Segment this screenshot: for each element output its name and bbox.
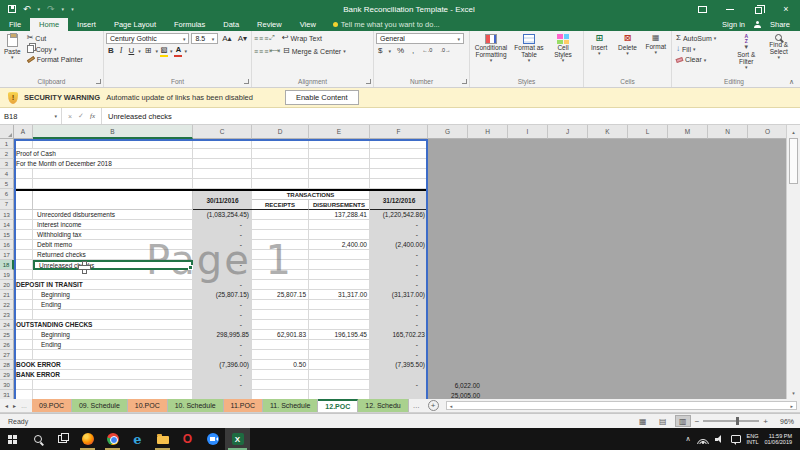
increase-decimal-icon[interactable]: ←.0 bbox=[420, 48, 434, 54]
borders-icon[interactable]: ⊞ bbox=[143, 47, 154, 55]
font-size-select[interactable]: 8.5▾ bbox=[191, 33, 218, 44]
cells-outside-print-area[interactable] bbox=[428, 159, 786, 169]
close-button[interactable]: × bbox=[772, 0, 800, 18]
align-bottom-icon[interactable]: ≡ bbox=[264, 35, 267, 42]
format-painter-button[interactable]: Format Painter bbox=[25, 55, 85, 64]
cell-C5[interactable] bbox=[193, 179, 252, 189]
cell-D5[interactable] bbox=[252, 179, 309, 189]
row-header-6[interactable]: 6 bbox=[0, 189, 13, 200]
cell-A27[interactable] bbox=[14, 350, 33, 360]
cell-C29[interactable]: - bbox=[193, 370, 252, 380]
cell-A28[interactable]: BOOK ERROR bbox=[14, 360, 193, 370]
cell-E16[interactable]: 2,400.00 bbox=[309, 240, 370, 250]
cell-F29[interactable] bbox=[370, 370, 428, 380]
cell-D4[interactable] bbox=[252, 169, 309, 179]
sheet-tab-11-POC[interactable]: 11.POC bbox=[224, 399, 263, 412]
scroll-down-icon[interactable]: ▾ bbox=[787, 386, 800, 399]
start-button[interactable] bbox=[0, 428, 25, 450]
cell-D27[interactable] bbox=[252, 350, 309, 360]
fill-color-icon[interactable]: ▧ bbox=[160, 46, 168, 57]
cell-A23[interactable] bbox=[14, 310, 33, 320]
cell-E21[interactable]: 31,317.00 bbox=[309, 290, 370, 300]
font-color-icon[interactable]: A bbox=[174, 46, 182, 57]
number-dialog-launcher[interactable] bbox=[462, 79, 467, 84]
sheet-tabs-overflow-icon[interactable]: … bbox=[409, 399, 424, 412]
row-header-5[interactable]: 5 bbox=[0, 179, 14, 189]
cell-F15[interactable]: - bbox=[370, 230, 428, 240]
insert-cells-button[interactable]: ⊞ Insert▾ bbox=[586, 33, 612, 77]
fill-button[interactable]: ↓Fill▾ bbox=[674, 44, 729, 54]
zoom-out-icon[interactable]: − bbox=[695, 417, 700, 426]
cell-D21[interactable]: 25,807.15 bbox=[252, 290, 309, 300]
row-header-27[interactable]: 27 bbox=[0, 350, 14, 360]
alignment-dialog-launcher[interactable] bbox=[366, 79, 371, 84]
cell-F22[interactable]: - bbox=[370, 300, 428, 310]
row-header-2[interactable]: 2 bbox=[0, 149, 14, 159]
cell-A17[interactable] bbox=[14, 250, 33, 260]
sheet-tab-09-POC[interactable]: 09.POC bbox=[32, 399, 72, 412]
column-header-O[interactable]: O bbox=[748, 125, 786, 139]
vertical-scrollbar[interactable]: ▴ ▾ bbox=[786, 125, 800, 399]
wrap-text-button[interactable]: ↩Wrap Text bbox=[280, 33, 324, 43]
cell-C4[interactable] bbox=[193, 169, 252, 179]
cell-G30[interactable]: 6,022.00 bbox=[428, 382, 482, 389]
align-left-icon[interactable]: ≡ bbox=[254, 48, 257, 55]
cell-C21[interactable]: (25,807.15) bbox=[193, 290, 252, 300]
cell-C30[interactable]: - bbox=[193, 380, 252, 390]
cell-A14[interactable] bbox=[14, 220, 33, 230]
cell-E23[interactable] bbox=[309, 310, 370, 320]
cell-D3[interactable] bbox=[252, 159, 309, 169]
minimize-button[interactable] bbox=[716, 0, 744, 18]
edge-taskbar-button[interactable]: e bbox=[125, 428, 150, 450]
cell-C28[interactable]: (7,396.00) bbox=[193, 360, 252, 370]
orientation-icon[interactable]: ⤢ bbox=[269, 34, 274, 42]
cell-F21[interactable]: (31,317.00) bbox=[370, 290, 428, 300]
cell-C23[interactable]: - bbox=[193, 310, 252, 320]
cells-outside-print-area[interactable] bbox=[428, 350, 786, 360]
decrease-font-icon[interactable]: A▾ bbox=[236, 35, 249, 43]
cells-outside-print-area[interactable] bbox=[428, 250, 786, 260]
excel-taskbar-button[interactable]: X bbox=[225, 428, 250, 450]
share-button[interactable]: Share bbox=[770, 20, 790, 29]
clipboard-dialog-launcher[interactable] bbox=[96, 79, 101, 84]
sort-filter-button[interactable]: AZ▼ Sort & Filter▾ bbox=[731, 33, 762, 77]
scroll-right-icon[interactable]: ▸ bbox=[790, 403, 793, 409]
row-header-24[interactable]: 24 bbox=[0, 320, 14, 330]
cells-outside-print-area[interactable] bbox=[428, 139, 786, 149]
cells-outside-print-area[interactable] bbox=[428, 220, 786, 230]
clear-button[interactable]: Clear▾ bbox=[674, 55, 729, 64]
chrome-taskbar-button[interactable] bbox=[100, 428, 125, 450]
cell-D29[interactable] bbox=[252, 370, 309, 380]
cells-outside-print-area[interactable] bbox=[428, 240, 786, 250]
column-header-A[interactable]: A bbox=[14, 125, 33, 139]
task-view-button[interactable] bbox=[50, 428, 75, 450]
cell-C6-date-start[interactable]: 30/11/2016 bbox=[193, 191, 252, 210]
sheet-tab-12-Schedu[interactable]: 12. Schedu bbox=[358, 399, 408, 412]
file-explorer-taskbar-button[interactable] bbox=[150, 428, 175, 450]
sheet-nav-more-icon[interactable]: … bbox=[21, 403, 27, 409]
tell-me-box[interactable]: Tell me what you want to do... bbox=[325, 18, 440, 31]
opera-taskbar-button[interactable]: O bbox=[175, 428, 200, 450]
cell-F14[interactable]: - bbox=[370, 220, 428, 230]
tray-expand-icon[interactable]: ∧ bbox=[685, 435, 690, 443]
cell-A29[interactable]: BANK ERROR bbox=[14, 370, 193, 380]
speaker-icon[interactable] bbox=[715, 435, 725, 444]
cell-F28[interactable]: (7,395.50) bbox=[370, 360, 428, 370]
page-break-preview-button[interactable]: ▥ bbox=[675, 415, 691, 427]
cell-B21[interactable]: Beginning bbox=[33, 290, 193, 300]
name-box[interactable]: B18▾ bbox=[0, 108, 62, 124]
cell-E7-disbursements[interactable]: DISBURSEMENTS bbox=[309, 200, 369, 210]
cell-A22[interactable] bbox=[14, 300, 33, 310]
zoom-slider-thumb[interactable] bbox=[736, 417, 739, 425]
language-indicator[interactable]: ENGINTL bbox=[747, 433, 759, 446]
column-header-K[interactable]: K bbox=[588, 125, 628, 139]
cell-A5[interactable] bbox=[14, 179, 33, 189]
row-header-29[interactable]: 29 bbox=[0, 370, 14, 380]
cell-D30[interactable] bbox=[252, 380, 309, 390]
cell-B13[interactable]: Unrecorded disbursements bbox=[33, 210, 193, 220]
cell-A18[interactable] bbox=[14, 260, 33, 270]
number-format-select[interactable]: General▾ bbox=[376, 33, 464, 44]
row-header-14[interactable]: 14 bbox=[0, 220, 14, 230]
save-icon[interactable] bbox=[8, 5, 16, 13]
cell-E3[interactable] bbox=[309, 159, 370, 169]
